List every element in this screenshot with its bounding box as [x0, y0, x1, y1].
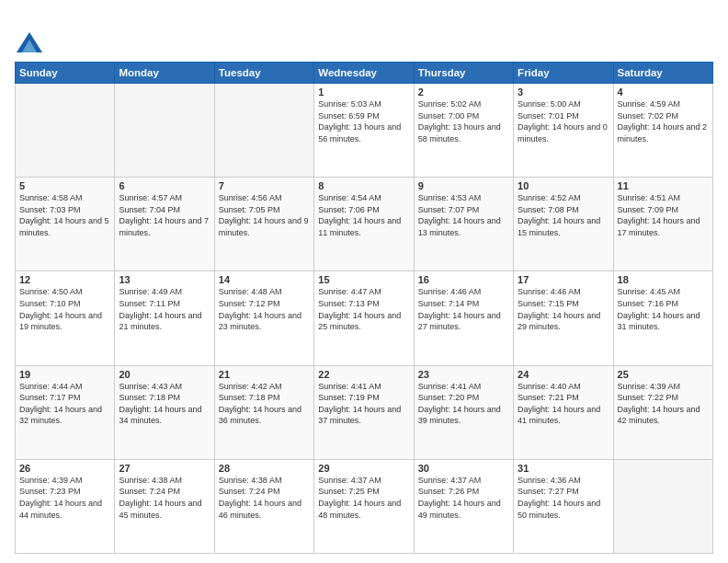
day-info: Sunrise: 4:41 AMSunset: 7:19 PMDaylight:…	[318, 381, 409, 427]
calendar-table: SundayMondayTuesdayWednesdayThursdayFrid…	[15, 62, 713, 554]
week-row-1: 1Sunrise: 5:03 AMSunset: 6:59 PMDaylight…	[16, 84, 713, 178]
week-row-4: 19Sunrise: 4:44 AMSunset: 7:17 PMDayligh…	[16, 365, 713, 459]
day-number: 14	[219, 274, 310, 285]
day-number: 13	[119, 274, 210, 285]
calendar-cell: 2Sunrise: 5:02 AMSunset: 7:00 PMDaylight…	[414, 84, 513, 178]
day-info: Sunrise: 4:53 AMSunset: 7:07 PMDaylight:…	[418, 192, 509, 238]
calendar-cell: 23Sunrise: 4:41 AMSunset: 7:20 PMDayligh…	[414, 365, 513, 459]
calendar-cell	[613, 459, 712, 553]
day-number: 16	[418, 274, 509, 285]
day-number: 20	[119, 369, 210, 380]
calendar-cell: 8Sunrise: 4:54 AMSunset: 7:06 PMDaylight…	[314, 178, 414, 271]
calendar-cell: 19Sunrise: 4:44 AMSunset: 7:17 PMDayligh…	[16, 365, 115, 459]
page: SundayMondayTuesdayWednesdayThursdayFrid…	[0, 0, 728, 563]
calendar-cell: 27Sunrise: 4:38 AMSunset: 7:24 PMDayligh…	[115, 459, 214, 553]
day-number: 7	[219, 180, 310, 191]
calendar-cell: 4Sunrise: 4:59 AMSunset: 7:02 PMDaylight…	[613, 84, 712, 178]
day-number: 23	[418, 369, 509, 380]
day-info: Sunrise: 5:00 AMSunset: 7:01 PMDaylight:…	[518, 98, 609, 144]
calendar-cell: 10Sunrise: 4:52 AMSunset: 7:08 PMDayligh…	[514, 178, 613, 271]
calendar-cell: 20Sunrise: 4:43 AMSunset: 7:18 PMDayligh…	[115, 365, 214, 459]
day-info: Sunrise: 4:48 AMSunset: 7:12 PMDaylight:…	[219, 286, 310, 332]
week-row-5: 26Sunrise: 4:39 AMSunset: 7:23 PMDayligh…	[16, 459, 713, 553]
week-row-2: 5Sunrise: 4:58 AMSunset: 7:03 PMDaylight…	[16, 178, 713, 271]
day-number: 15	[318, 274, 409, 285]
calendar-cell	[115, 84, 214, 178]
day-number: 30	[418, 463, 509, 474]
day-number: 8	[318, 180, 409, 191]
calendar-cell: 7Sunrise: 4:56 AMSunset: 7:05 PMDaylight…	[214, 178, 313, 271]
day-number: 4	[618, 86, 709, 98]
week-row-3: 12Sunrise: 4:50 AMSunset: 7:10 PMDayligh…	[16, 271, 713, 365]
day-info: Sunrise: 4:47 AMSunset: 7:13 PMDaylight:…	[318, 286, 409, 332]
day-info: Sunrise: 4:59 AMSunset: 7:02 PMDaylight:…	[618, 98, 709, 144]
day-number: 12	[19, 274, 110, 285]
calendar-cell: 17Sunrise: 4:46 AMSunset: 7:15 PMDayligh…	[514, 271, 613, 365]
logo-icon	[17, 32, 42, 52]
day-info: Sunrise: 4:42 AMSunset: 7:18 PMDaylight:…	[219, 381, 310, 427]
calendar-cell: 21Sunrise: 4:42 AMSunset: 7:18 PMDayligh…	[214, 365, 313, 459]
day-info: Sunrise: 5:03 AMSunset: 6:59 PMDaylight:…	[318, 98, 409, 144]
day-info: Sunrise: 4:56 AMSunset: 7:05 PMDaylight:…	[219, 192, 310, 238]
day-info: Sunrise: 4:46 AMSunset: 7:15 PMDaylight:…	[518, 286, 609, 332]
day-info: Sunrise: 4:54 AMSunset: 7:06 PMDaylight:…	[318, 192, 409, 238]
calendar-cell: 3Sunrise: 5:00 AMSunset: 7:01 PMDaylight…	[514, 84, 613, 178]
header	[15, 15, 713, 54]
day-info: Sunrise: 4:38 AMSunset: 7:24 PMDaylight:…	[219, 475, 310, 521]
calendar-cell: 28Sunrise: 4:38 AMSunset: 7:24 PMDayligh…	[214, 459, 313, 553]
day-header-wednesday: Wednesday	[314, 63, 414, 84]
day-number: 6	[119, 180, 210, 191]
day-info: Sunrise: 4:57 AMSunset: 7:04 PMDaylight:…	[119, 192, 210, 238]
day-header-saturday: Saturday	[613, 63, 712, 84]
day-number: 28	[219, 463, 310, 474]
day-number: 22	[318, 369, 409, 380]
day-info: Sunrise: 4:51 AMSunset: 7:09 PMDaylight:…	[618, 192, 709, 238]
day-number: 10	[518, 180, 609, 191]
day-header-tuesday: Tuesday	[214, 63, 313, 84]
calendar-cell: 1Sunrise: 5:03 AMSunset: 6:59 PMDaylight…	[314, 84, 414, 178]
calendar-cell: 25Sunrise: 4:39 AMSunset: 7:22 PMDayligh…	[613, 365, 712, 459]
day-number: 27	[119, 463, 210, 474]
day-number: 18	[618, 274, 709, 285]
day-number: 5	[19, 180, 110, 191]
calendar-cell: 30Sunrise: 4:37 AMSunset: 7:26 PMDayligh…	[414, 459, 513, 553]
day-number: 9	[418, 180, 509, 191]
calendar-cell: 13Sunrise: 4:49 AMSunset: 7:11 PMDayligh…	[115, 271, 214, 365]
logo	[15, 15, 42, 54]
day-info: Sunrise: 4:58 AMSunset: 7:03 PMDaylight:…	[19, 192, 110, 238]
day-number: 3	[518, 86, 609, 98]
day-info: Sunrise: 4:44 AMSunset: 7:17 PMDaylight:…	[19, 381, 110, 427]
calendar-cell: 22Sunrise: 4:41 AMSunset: 7:19 PMDayligh…	[314, 365, 414, 459]
day-info: Sunrise: 4:43 AMSunset: 7:18 PMDaylight:…	[119, 381, 210, 427]
calendar-cell: 15Sunrise: 4:47 AMSunset: 7:13 PMDayligh…	[314, 271, 414, 365]
day-number: 25	[618, 369, 709, 380]
day-number: 31	[518, 463, 609, 474]
day-info: Sunrise: 4:40 AMSunset: 7:21 PMDaylight:…	[518, 381, 609, 427]
day-info: Sunrise: 4:38 AMSunset: 7:24 PMDaylight:…	[119, 475, 210, 521]
calendar-cell: 9Sunrise: 4:53 AMSunset: 7:07 PMDaylight…	[414, 178, 513, 271]
calendar-cell	[214, 84, 313, 178]
day-info: Sunrise: 4:41 AMSunset: 7:20 PMDaylight:…	[418, 381, 509, 427]
day-number: 17	[518, 274, 609, 285]
calendar-cell: 11Sunrise: 4:51 AMSunset: 7:09 PMDayligh…	[613, 178, 712, 271]
day-info: Sunrise: 4:46 AMSunset: 7:14 PMDaylight:…	[418, 286, 509, 332]
calendar-cell: 26Sunrise: 4:39 AMSunset: 7:23 PMDayligh…	[16, 459, 115, 553]
calendar-cell: 5Sunrise: 4:58 AMSunset: 7:03 PMDaylight…	[16, 178, 115, 271]
day-number: 2	[418, 86, 509, 98]
day-info: Sunrise: 5:02 AMSunset: 7:00 PMDaylight:…	[418, 98, 509, 144]
day-info: Sunrise: 4:49 AMSunset: 7:11 PMDaylight:…	[119, 286, 210, 332]
calendar-cell: 12Sunrise: 4:50 AMSunset: 7:10 PMDayligh…	[16, 271, 115, 365]
day-header-thursday: Thursday	[414, 63, 513, 84]
day-number: 11	[618, 180, 709, 191]
day-number: 21	[219, 369, 310, 380]
day-info: Sunrise: 4:45 AMSunset: 7:16 PMDaylight:…	[618, 286, 709, 332]
calendar-cell: 24Sunrise: 4:40 AMSunset: 7:21 PMDayligh…	[514, 365, 613, 459]
calendar-cell: 31Sunrise: 4:36 AMSunset: 7:27 PMDayligh…	[514, 459, 613, 553]
day-info: Sunrise: 4:39 AMSunset: 7:23 PMDaylight:…	[19, 475, 110, 521]
calendar-cell: 18Sunrise: 4:45 AMSunset: 7:16 PMDayligh…	[613, 271, 712, 365]
day-info: Sunrise: 4:36 AMSunset: 7:27 PMDaylight:…	[518, 475, 609, 521]
day-number: 24	[518, 369, 609, 380]
day-info: Sunrise: 4:39 AMSunset: 7:22 PMDaylight:…	[618, 381, 709, 427]
calendar-cell: 16Sunrise: 4:46 AMSunset: 7:14 PMDayligh…	[414, 271, 513, 365]
day-info: Sunrise: 4:50 AMSunset: 7:10 PMDaylight:…	[19, 286, 110, 332]
